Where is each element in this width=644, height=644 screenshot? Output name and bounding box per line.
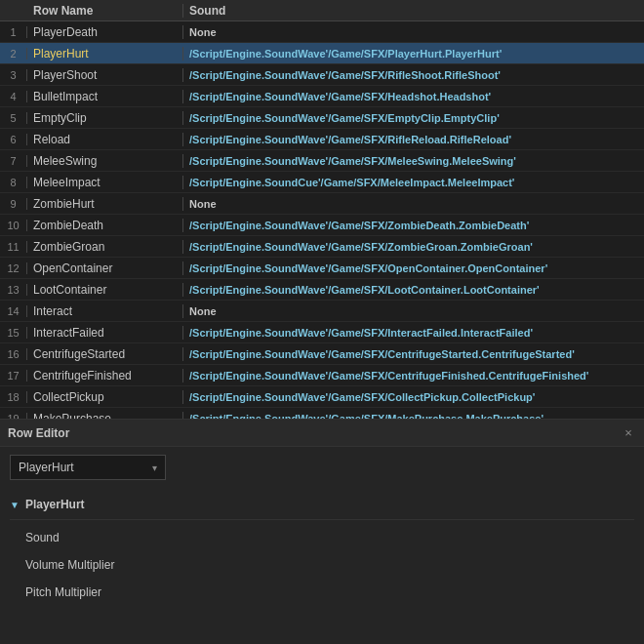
row-sound: /Script/Engine.SoundWave'/Game/SFX/LootC… [183, 284, 644, 296]
row-sound: /Script/Engine.SoundWave'/Game/SFX/Heads… [183, 91, 644, 102]
row-num: 13 [0, 284, 27, 296]
row-sound: /Script/Engine.SoundWave'/Game/SFX/Zombi… [183, 241, 644, 253]
row-name: OpenContainer [27, 262, 183, 275]
row-sound: /Script/Engine.SoundWave'/Game/SFX/Zombi… [183, 220, 644, 231]
table-header: Row Name Sound [0, 0, 644, 21]
chevron-down-icon: ▾ [152, 463, 157, 473]
row-num: 7 [0, 155, 27, 167]
row-editor-panel: Row Editor × PlayerHurt ▾ ▼ PlayerHurt S… [0, 420, 644, 644]
row-sound: None [183, 305, 644, 317]
row-sound: /Script/Engine.SoundWave'/Game/SFX/OpenC… [183, 262, 644, 274]
row-name: PlayerHurt [27, 47, 183, 60]
row-editor-header: Row Editor × [0, 420, 644, 447]
row-num: 9 [0, 198, 27, 210]
table-row[interactable]: 13LootContainer/Script/Engine.SoundWave'… [0, 279, 644, 301]
row-num: 17 [0, 370, 27, 382]
row-sound: /Script/Engine.SoundWave'/Game/SFX/Rifle… [183, 134, 644, 145]
data-table: Row Name Sound 1PlayerDeathNone2PlayerHu… [0, 0, 644, 420]
row-sound: None [183, 26, 644, 38]
table-row[interactable]: 18CollectPickup/Script/Engine.SoundWave'… [0, 386, 644, 408]
property-row: Sound [10, 524, 634, 551]
dropdown-container: PlayerHurt ▾ [0, 447, 644, 488]
row-name: PlayerShoot [27, 68, 183, 82]
property-label: Sound [25, 531, 162, 544]
row-sound: /Script/Engine.SoundWave'/Game/SFX/MakeP… [183, 413, 644, 421]
row-selector-dropdown[interactable]: PlayerHurt ▾ [10, 455, 166, 480]
close-button[interactable]: × [621, 425, 636, 441]
table-row[interactable]: 7MeleeSwing/Script/Engine.SoundWave'/Gam… [0, 150, 644, 172]
row-name: MeleeSwing [27, 154, 183, 168]
row-name: MeleeImpact [27, 176, 183, 189]
table-row[interactable]: 16CentrifugeStarted/Script/Engine.SoundW… [0, 343, 644, 365]
app-container: Row Name Sound 1PlayerDeathNone2PlayerHu… [0, 0, 644, 644]
property-row: Volume Multiplier [10, 551, 634, 579]
row-name: LootContainer [27, 283, 183, 297]
table-row[interactable]: 2PlayerHurt/Script/Engine.SoundWave'/Gam… [0, 43, 644, 64]
table-row[interactable]: 5EmptyClip/Script/Engine.SoundWave'/Game… [0, 107, 644, 129]
table-row[interactable]: 15InteractFailed/Script/Engine.SoundWave… [0, 322, 644, 343]
row-name: PlayerDeath [27, 25, 183, 39]
table-body[interactable]: 1PlayerDeathNone2PlayerHurt/Script/Engin… [0, 21, 644, 420]
row-num: 19 [0, 413, 27, 421]
table-row[interactable]: 17CentrifugeFinished/Script/Engine.Sound… [0, 365, 644, 386]
row-name: ZombieDeath [27, 219, 183, 232]
property-label: Pitch Multiplier [25, 585, 162, 599]
row-name: CentrifugeStarted [27, 347, 183, 361]
property-label: Volume Multiplier [25, 558, 162, 572]
row-name: Interact [27, 304, 183, 318]
section-title: PlayerHurt [25, 498, 85, 511]
row-num: 4 [0, 91, 27, 102]
row-name: ZombieHurt [27, 197, 183, 211]
row-sound: /Script/Engine.SoundWave'/Game/SFX/Centr… [183, 348, 644, 360]
header-row-name: Row Name [27, 4, 183, 18]
row-section: ▼ PlayerHurt SoundVolume MultiplierPitch… [0, 488, 644, 612]
table-row[interactable]: 3PlayerShoot/Script/Engine.SoundWave'/Ga… [0, 64, 644, 86]
property-row: Pitch Multiplier [10, 579, 634, 606]
table-row[interactable]: 8MeleeImpact/Script/Engine.SoundCue'/Gam… [0, 172, 644, 193]
triangle-icon: ▼ [10, 500, 20, 510]
row-name: EmptyClip [27, 111, 183, 125]
table-row[interactable]: 14InteractNone [0, 301, 644, 322]
row-num: 3 [0, 69, 27, 81]
row-num: 2 [0, 48, 27, 60]
row-num: 16 [0, 348, 27, 360]
row-sound: /Script/Engine.SoundWave'/Game/SFX/Playe… [183, 48, 644, 60]
row-sound: /Script/Engine.SoundWave'/Game/SFX/Melee… [183, 155, 644, 167]
row-editor-title: Row Editor [8, 426, 69, 440]
row-sound: /Script/Engine.SoundWave'/Game/SFX/Inter… [183, 327, 644, 339]
row-num: 11 [0, 241, 27, 253]
row-name: BulletImpact [27, 90, 183, 103]
table-row[interactable]: 11ZombieGroan/Script/Engine.SoundWave'/G… [0, 236, 644, 258]
section-header[interactable]: ▼ PlayerHurt [10, 494, 634, 515]
row-sound: None [183, 198, 644, 210]
row-num: 8 [0, 177, 27, 188]
table-row[interactable]: 10ZombieDeath/Script/Engine.SoundWave'/G… [0, 215, 644, 236]
table-row[interactable]: 19MakePurchase/Script/Engine.SoundWave'/… [0, 408, 644, 420]
row-name: CentrifugeFinished [27, 369, 183, 382]
row-sound: /Script/Engine.SoundCue'/Game/SFX/MeleeI… [183, 177, 644, 188]
table-row[interactable]: 6Reload/Script/Engine.SoundWave'/Game/SF… [0, 129, 644, 150]
table-row[interactable]: 9ZombieHurtNone [0, 193, 644, 215]
row-name: InteractFailed [27, 326, 183, 340]
row-name: MakePurchase [27, 412, 183, 421]
table-row[interactable]: 1PlayerDeathNone [0, 21, 644, 43]
row-num: 14 [0, 305, 27, 317]
properties-list: SoundVolume MultiplierPitch Multiplier [10, 524, 634, 606]
row-num: 15 [0, 327, 27, 339]
row-num: 6 [0, 134, 27, 145]
row-name: ZombieGroan [27, 240, 183, 254]
row-num: 10 [0, 220, 27, 231]
row-sound: /Script/Engine.SoundWave'/Game/SFX/Centr… [183, 370, 644, 382]
row-sound: /Script/Engine.SoundWave'/Game/SFX/Empty… [183, 112, 644, 124]
row-sound: /Script/Engine.SoundWave'/Game/SFX/Colle… [183, 391, 644, 403]
table-row[interactable]: 4BulletImpact/Script/Engine.SoundWave'/G… [0, 86, 644, 107]
row-num: 5 [0, 112, 27, 124]
row-sound: /Script/Engine.SoundWave'/Game/SFX/Rifle… [183, 69, 644, 81]
row-name: CollectPickup [27, 390, 183, 404]
row-name: Reload [27, 133, 183, 146]
table-row[interactable]: 12OpenContainer/Script/Engine.SoundWave'… [0, 258, 644, 279]
row-num: 1 [0, 26, 27, 38]
header-sound: Sound [183, 4, 644, 18]
dropdown-value: PlayerHurt [19, 461, 74, 474]
section-divider [10, 519, 634, 520]
